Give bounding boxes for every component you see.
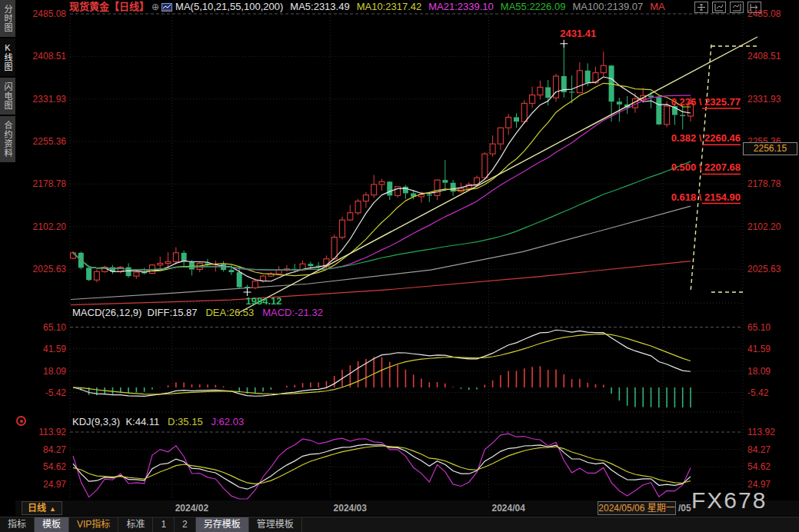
chart-thumbnail-icon[interactable] — [161, 2, 172, 15]
price-axis-label-left: 2025.63 — [33, 264, 67, 274]
price-axis-label-right: 2331.93 — [747, 94, 781, 105]
candle-down — [617, 101, 622, 105]
kdj-params: KDJ(9,3,3) — [72, 416, 120, 427]
candle-up — [521, 103, 527, 121]
ma-legend-item: MA(5,10,21,55,100,200) — [175, 1, 283, 12]
candle-up — [379, 181, 385, 185]
candle-up — [577, 71, 582, 93]
candle-down — [648, 95, 654, 97]
macd-params: MACD(26,12,9) — [72, 307, 141, 318]
candle-up — [434, 180, 440, 195]
move-crosshair-icon[interactable] — [694, 2, 708, 13]
footer-tab-4[interactable]: 1 — [153, 517, 175, 532]
candle-down — [680, 115, 685, 116]
candle-up — [331, 238, 337, 259]
watermark: FX678 — [691, 487, 767, 514]
kdj-axis-label-right: 84.27 — [747, 444, 771, 455]
candle-up — [664, 106, 670, 125]
candle-down — [403, 187, 408, 194]
candle-down — [181, 253, 187, 262]
footer-tab-0[interactable]: 指标 — [0, 517, 35, 532]
sidebar-tab-time-chart[interactable]: 分时图 — [0, 0, 15, 37]
candle-up — [530, 95, 535, 104]
footer-tab-6[interactable]: 另存模板 — [196, 517, 249, 532]
trend-line — [238, 37, 757, 313]
candle-up — [395, 187, 401, 196]
axis-right-layout-icon[interactable] — [730, 2, 744, 13]
macd-axis-label-right: 65.10 — [747, 322, 771, 333]
ma-legend-item: MA21:2339.10 — [428, 1, 494, 12]
kdj-d-value: D:35.15 — [168, 416, 203, 427]
footer-tab-2[interactable]: VIP指标 — [69, 517, 118, 532]
fib-level-label: 0.618 \ 2154.90 — [671, 191, 741, 203]
price-axis-label-left: 2178.78 — [33, 178, 67, 189]
up-triangle-icon: ▲ — [49, 505, 56, 513]
chart-toolbar-icons — [694, 2, 761, 13]
fib-level-label: 0.236 \ 2325.77 — [671, 96, 741, 108]
macd-axis-label-right: -5.42 — [747, 387, 769, 398]
macd-axis-label-left: 41.59 — [43, 344, 66, 354]
price-axis-label-left: 2408.51 — [33, 51, 67, 62]
period-title: 【日线】 — [109, 1, 149, 12]
kdj-axis-label-left: 113.92 — [38, 427, 66, 437]
macd-diff-value: DIFF:15.87 — [148, 307, 198, 318]
macd-pane-header: MACD(26,12,9) DIFF:15.87 DEA:26.53 MACD:… — [72, 307, 323, 318]
kdj-pane-header: KDJ(9,3,3) K:44.11 D:35.15 J:62.03 — [72, 416, 244, 427]
macd-dea-value: DEA:26.53 — [205, 307, 254, 318]
candle-up — [173, 253, 178, 262]
ma200-line — [71, 261, 691, 305]
macd-axis-label-left: 65.10 — [43, 322, 66, 333]
ma-legend-item: MA55:2226.09 — [501, 1, 566, 12]
sidebar-tab-kline-chart[interactable]: K线图 — [0, 38, 15, 76]
footer-tab-7[interactable]: 管理模板 — [249, 517, 302, 532]
new-pane-icon[interactable] — [747, 2, 761, 13]
month-label: 2024/03 — [334, 503, 367, 514]
candle-up — [490, 144, 495, 154]
trading-app-window: 2485.082485.082408.512408.512331.932331.… — [0, 0, 799, 532]
ma-legend: MA(5,10,21,55,100,200)MA5:2313.49MA10:23… — [175, 1, 672, 12]
kdj-j-value: J:62.03 — [211, 416, 244, 427]
candle-down — [308, 264, 313, 266]
candle-up — [355, 201, 361, 213]
candle-down — [126, 268, 132, 277]
candle-down — [656, 97, 661, 124]
candle-down — [545, 87, 551, 98]
chart-type-sidebar: 分时图K线图闪电图合约资料 — [0, 0, 15, 500]
ma-legend-item: MA100:2139.07 — [572, 1, 643, 12]
candle-up — [94, 271, 99, 280]
low-price-label: 1984.12 — [245, 295, 281, 307]
macd-value: MACD:-21.32 — [262, 307, 323, 318]
price-axis-label-right: 2102.20 — [747, 221, 781, 232]
price-axis-label-left: 2102.20 — [33, 221, 67, 232]
high-price-label: 2431.41 — [560, 28, 596, 39]
chart-canvas[interactable]: 2485.082485.082408.512408.512331.932331.… — [0, 0, 799, 532]
kdj-axis-label-right: 54.62 — [747, 461, 771, 472]
candle-up — [498, 128, 503, 144]
sidebar-tab-contract-info[interactable]: 合约资料 — [0, 116, 15, 162]
fib-level-label: 0.382 \ 2260.46 — [671, 132, 741, 144]
candle-up — [482, 154, 488, 178]
candle-down — [86, 268, 92, 280]
macd-axis-label-right: 18.09 — [747, 366, 771, 377]
macd-axis-label-left: 18.09 — [43, 366, 66, 377]
price-axis-label-right: 2408.51 — [747, 51, 781, 62]
ma55-line — [73, 161, 691, 270]
expand-icon[interactable]: ⊕ — [151, 2, 159, 12]
footer-tab-1[interactable]: 模板 — [35, 517, 69, 532]
fib-level-label: 0.500 \ 2207.68 — [671, 161, 741, 173]
footer-tab-5[interactable]: 2 — [175, 517, 196, 532]
price-axis-label-right: 2025.63 — [747, 264, 781, 274]
chart-header: 现货黄金【日线】⊕MA(5,10,21,55,100,200)MA5:2313.… — [69, 0, 672, 13]
axis-left-layout-icon[interactable] — [712, 2, 726, 13]
ma-legend-item: MA10:2317.42 — [357, 1, 422, 12]
indicator-settings-icon[interactable] — [16, 416, 26, 426]
kdj-axis-label-right: 113.92 — [747, 427, 775, 437]
sidebar-tab-lightning-chart[interactable]: 闪电图 — [0, 78, 15, 115]
candle-down — [585, 71, 591, 83]
macd-axis-label-left: -5.42 — [45, 387, 67, 398]
period-selector-button[interactable]: 日线▲ — [22, 501, 62, 515]
price-axis-label-left: 2485.08 — [33, 8, 67, 19]
candle-down — [387, 181, 392, 195]
footer-tab-3[interactable]: 标准 — [118, 517, 153, 532]
ma100-line — [71, 206, 691, 299]
